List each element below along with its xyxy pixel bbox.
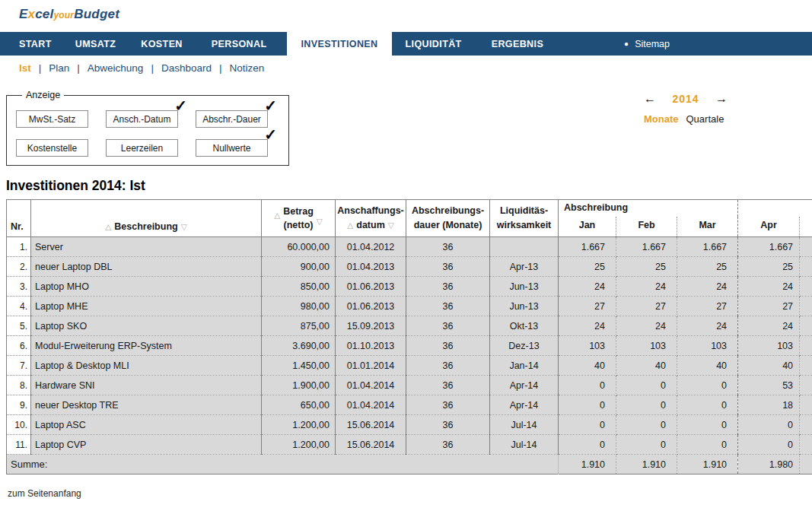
brand-logo[interactable]: ExcelyourBudget (19, 7, 119, 22)
view-quartale[interactable]: Quartale (686, 113, 724, 125)
cell-mar: 1.667 (677, 237, 738, 257)
row-beschreibung: neuer Desktop TRE (31, 395, 262, 415)
table-row: 2.neuer Laptop DBL900,0001.04.201336Apr-… (7, 257, 812, 277)
nav-item-investitionen-active[interactable]: INVESTITIONEN (287, 28, 391, 59)
subnav-item-plan[interactable]: Plan (49, 62, 69, 74)
cell-feb: 0 (616, 376, 677, 395)
subnav-item-notizen[interactable]: Notizen (229, 62, 264, 74)
table-row: 9.neuer Desktop TRE650,0001.04.201436Apr… (7, 395, 812, 415)
row-dauer: 36 (406, 376, 490, 395)
sort-desc-icon[interactable]: ▽ (314, 217, 326, 226)
cell-jan: 0 (559, 376, 616, 395)
table-row: 8.Hardware SNI1.900,0001.04.201436Apr-14… (7, 376, 812, 395)
row-number: 6. (7, 336, 31, 356)
subnav-item-ist[interactable]: Ist (19, 62, 31, 74)
row-liquiditaet: Okt-13 (490, 316, 559, 336)
row-datum: 15.06.2014 (336, 415, 406, 435)
col-header-beschreibung: △Beschreibung▽ (31, 200, 262, 237)
logo-text: E (19, 7, 28, 21)
cell-may-partial (800, 435, 812, 455)
row-datum: 15.06.2014 (336, 435, 406, 455)
row-number: 7. (7, 356, 31, 376)
sort-desc-icon[interactable]: ▽ (385, 221, 397, 230)
summe-jan: 1.910 (559, 455, 616, 474)
period-selector: ← 2014 → Monate Quartale (644, 93, 728, 125)
toggle-nullwerte-button[interactable]: Nullwerte (196, 139, 268, 157)
row-datum: 01.10.2013 (336, 336, 406, 356)
prev-year-arrow-icon[interactable]: ← (644, 93, 656, 105)
toggle-kostenstelle-button[interactable]: Kostenstelle (16, 139, 88, 157)
sort-asc-icon[interactable]: △ (271, 211, 283, 220)
row-liquiditaet: Jan-14 (490, 356, 559, 376)
cell-mar: 103 (677, 336, 738, 356)
investitionen-table: Nr. △Beschreibung▽ △ Betrag (netto) ▽ (6, 199, 812, 474)
cell-apr: 103 (738, 336, 800, 356)
nav-item-liquiditaet[interactable]: LIQUIDITÄT (406, 39, 462, 49)
col-header-datum-line1: Anschaffungs- (336, 204, 406, 218)
cell-may-partial (800, 415, 812, 435)
row-datum: 01.04.2014 (336, 376, 406, 395)
table-header-row-top: Nr. △Beschreibung▽ △ Betrag (netto) ▽ (7, 200, 812, 217)
cell-feb: 0 (616, 415, 677, 435)
cell-mar: 27 (677, 297, 738, 316)
nav-item-start[interactable]: START (19, 39, 52, 49)
cell-feb: 24 (616, 316, 677, 336)
cell-mar: 25 (677, 257, 738, 277)
row-number: 3. (7, 277, 31, 297)
nav-item-umsatz[interactable]: UMSATZ (75, 39, 116, 49)
subnav-item-dashboard[interactable]: Dashboard (161, 62, 212, 74)
row-number: 4. (7, 297, 31, 316)
toggle-leerzeilen-button[interactable]: Leerzeilen (106, 139, 178, 157)
next-year-arrow-icon[interactable]: → (715, 93, 728, 105)
row-beschreibung: Server (31, 237, 262, 257)
col-header-beschreibung-label: Beschreibung (114, 221, 177, 232)
col-header-dauer-line1: Abschreibungs- (406, 204, 489, 218)
table-row: 3.Laptop MHO850,0001.06.201336Jun-132424… (7, 277, 812, 297)
col-header-dauer-line2: dauer (Monate) (406, 218, 489, 233)
cell-may-partial (800, 277, 812, 297)
subnav-separator: | (151, 62, 154, 74)
sort-asc-icon[interactable]: △ (102, 222, 114, 231)
cell-apr: 1.667 (738, 237, 800, 257)
cell-feb: 24 (616, 277, 677, 297)
cell-mar: 40 (677, 356, 738, 376)
row-betrag: 850,00 (262, 277, 336, 297)
cell-mar: 0 (677, 435, 738, 455)
back-to-top-link[interactable]: zum Seitenanfang (8, 488, 81, 499)
nav-item-kosten[interactable]: KOSTEN (141, 39, 183, 49)
toggle-mwst-satz-button[interactable]: MwSt.-Satz (16, 110, 88, 128)
row-betrag: 900,00 (262, 257, 336, 277)
cell-jan: 25 (559, 257, 616, 277)
cell-feb: 40 (616, 356, 677, 376)
cell-may-partial (800, 356, 812, 376)
nav-item-ergebnis[interactable]: ERGEBNIS (492, 39, 544, 49)
summe-feb: 1.910 (616, 455, 677, 474)
view-monate[interactable]: Monate (644, 113, 679, 125)
table-row: 5.Laptop SKO875,0015.09.201336Okt-132424… (7, 316, 812, 336)
row-dauer: 36 (406, 415, 490, 435)
cell-apr: 0 (738, 415, 800, 435)
cell-apr: 40 (738, 356, 800, 376)
row-liquiditaet: Jul-14 (490, 435, 559, 455)
row-betrag: 650,00 (262, 395, 336, 415)
col-header-may-partial (800, 217, 812, 237)
cell-may-partial (800, 395, 812, 415)
subnav-item-abweichung[interactable]: Abweichung (88, 62, 144, 74)
cell-jan: 27 (559, 297, 616, 316)
cell-apr: 27 (738, 297, 800, 316)
nav-item-personal[interactable]: PERSONAL (212, 39, 267, 49)
sort-asc-icon[interactable]: △ (344, 221, 356, 230)
cell-apr: 25 (738, 257, 800, 277)
cell-mar: 24 (677, 277, 738, 297)
row-betrag: 1.900,00 (262, 376, 336, 395)
col-header-feb: Feb (616, 217, 677, 237)
row-liquiditaet: Jul-14 (490, 415, 559, 435)
toggle-ansch-datum-button[interactable]: Ansch.-Datum (106, 110, 178, 128)
logo-budget: Budget (74, 7, 119, 21)
checkmark-icon: ✓ (264, 97, 277, 115)
sort-desc-icon[interactable]: ▽ (178, 222, 190, 231)
sitemap-label: Sitemap (635, 39, 670, 49)
summe-mar: 1.910 (677, 455, 738, 474)
sitemap-link[interactable]: ● Sitemap (624, 39, 670, 49)
toggle-abschr-dauer-button[interactable]: Abschr.-Dauer (196, 110, 268, 128)
